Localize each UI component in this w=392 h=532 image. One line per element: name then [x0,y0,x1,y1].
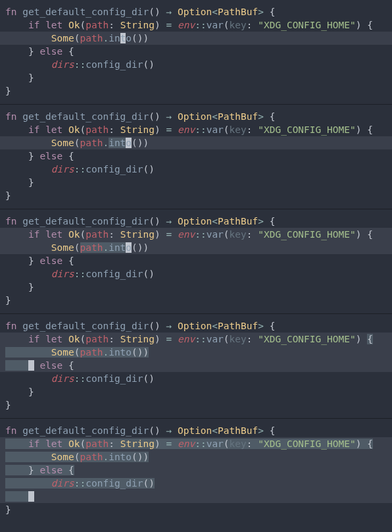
code-line[interactable]: } [0,189,392,202]
code-line[interactable]: dirs::config_dir() [0,163,392,176]
code-line[interactable]: if let Ok(path: String) = env::var(key: … [0,228,392,241]
code-line[interactable]: } else { [0,149,392,163]
code-line[interactable]: fn get_default_config_dir() → Option<Pat… [0,424,392,437]
code-block[interactable]: fn get_default_config_dir() → Option<Pat… [0,104,392,209]
code-block[interactable]: fn get_default_config_dir() → Option<Pat… [0,313,392,418]
code-line[interactable]: dirs::config_dir() [0,58,392,71]
code-line[interactable]: dirs::config_dir() [0,477,392,490]
code-line[interactable]: } [0,385,392,398]
code-line[interactable]: Some(path.into()) [0,450,392,464]
code-line[interactable]: } [0,280,392,294]
code-line[interactable]: Some(path.into()) [0,136,392,149]
code-line[interactable]: } else { [0,45,392,58]
code-line[interactable]: } else { [0,254,392,267]
code-line[interactable]: Some(path.into()) [0,346,392,359]
code-line[interactable]: } [0,71,392,84]
code-editor-stack: fn get_default_config_dir() → Option<Pat… [0,0,392,523]
code-block[interactable]: fn get_default_config_dir() → Option<Pat… [0,418,392,523]
code-block[interactable]: fn get_default_config_dir() → Option<Pat… [0,0,392,104]
code-line[interactable]: } [0,84,392,97]
code-line[interactable]: } [0,294,392,307]
code-line[interactable]: fn get_default_config_dir() → Option<Pat… [0,5,392,18]
code-line[interactable]: if let Ok(path: String) = env::var(key: … [0,332,392,346]
code-line[interactable]: Some(path.into()) [0,32,392,45]
code-line[interactable]: fn get_default_config_dir() → Option<Pat… [0,110,392,123]
code-line[interactable]: } [0,503,392,516]
code-line[interactable]: if let Ok(path: String) = env::var(key: … [0,123,392,136]
code-line[interactable]: dirs::config_dir() [0,372,392,385]
code-line[interactable]: if let Ok(path: String) = env::var(key: … [0,18,392,32]
code-line[interactable]: fn get_default_config_dir() → Option<Pat… [0,319,392,332]
code-line[interactable]: if let Ok(path: String) = env::var(key: … [0,437,392,450]
code-line[interactable]: dirs::config_dir() [0,267,392,280]
code-line[interactable]: } [0,398,392,412]
code-line[interactable]: fn get_default_config_dir() → Option<Pat… [0,215,392,228]
code-line[interactable]: } [0,176,392,189]
code-line[interactable]: } [0,490,392,503]
code-line[interactable]: } else { [0,359,392,372]
code-line[interactable]: Some(path.into()) [0,241,392,254]
code-line[interactable]: } else { [0,464,392,477]
code-block[interactable]: fn get_default_config_dir() → Option<Pat… [0,209,392,313]
